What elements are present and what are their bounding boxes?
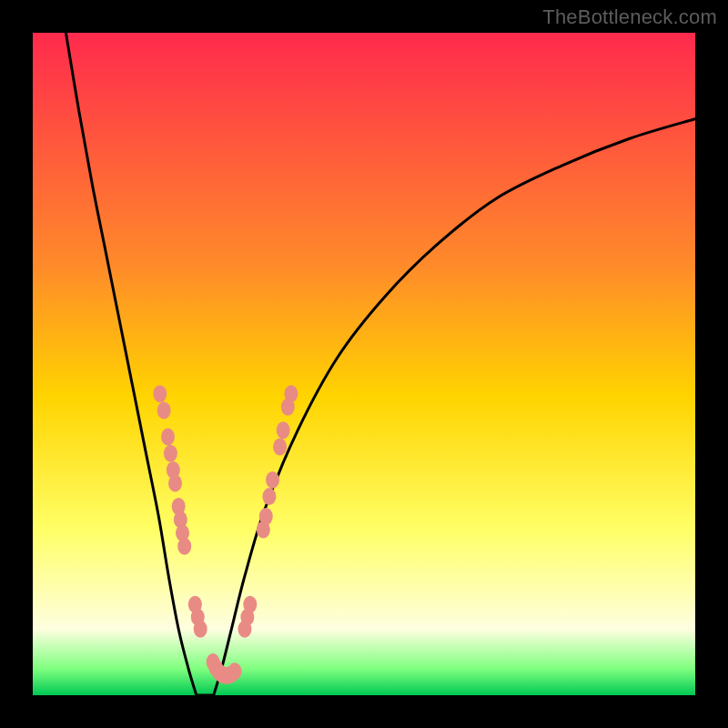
marker-point [243,596,257,613]
marker-point [228,662,242,680]
marker-point [153,385,167,402]
chart-svg [33,33,695,695]
marker-point [262,488,276,505]
marker-point [266,471,279,489]
chart-plot-area [33,33,695,695]
chart-frame: TheBottleneck.com [0,0,728,728]
marker-point [168,475,182,492]
marker-point [273,439,287,456]
marker-point [194,621,207,638]
marker-point [177,538,191,555]
marker-point [284,385,298,402]
marker-point [259,508,273,525]
marker-point [157,401,171,419]
watermark-text: TheBottleneck.com [542,5,717,29]
marker-point [277,421,290,439]
marker-point [161,429,175,446]
marker-point [164,445,177,462]
gradient-background [33,33,695,695]
